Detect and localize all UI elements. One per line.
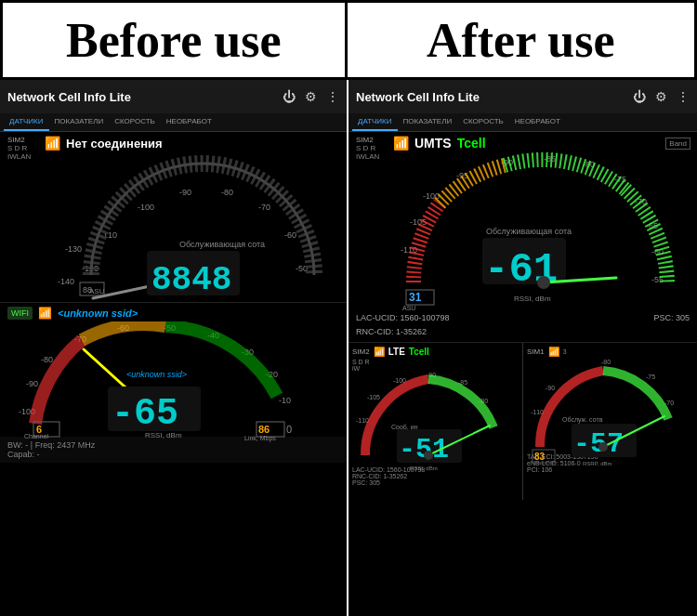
- after-sdr-label: S D R: [356, 144, 386, 152]
- svg-text:-57: -57: [573, 428, 624, 460]
- tab-indicators-after[interactable]: ПОКАЗАТЕЛИ: [398, 113, 458, 131]
- after-signal-bars: 📶: [393, 136, 409, 151]
- svg-text:RSRP, dBm: RSRP, dBm: [583, 461, 612, 466]
- svg-text:83: 83: [534, 452, 546, 462]
- wifi-label: WIFI: [7, 307, 33, 320]
- before-capab: Capab: -: [7, 450, 339, 459]
- after-sim2-label: SIM2: [356, 136, 386, 144]
- after-gauge-svg: -110 -105 -100 -95 -90 -85 -80 -75 -70 -…: [393, 152, 690, 310]
- lte-section: SIM2 📶 LTE Tcell S D R iW -110 -105 -100…: [348, 342, 697, 500]
- lte-sim1: SIM1: [527, 347, 545, 356]
- wifi-bars: 📶: [38, 307, 52, 320]
- svg-text:-100: -100: [138, 203, 154, 212]
- settings-icon[interactable]: ⚙: [305, 89, 317, 104]
- after-cell-info: LAC-UCID: 1560-100798 PSC: 305 RNC-CID: …: [348, 309, 697, 342]
- svg-text:Channel: Channel: [24, 433, 49, 439]
- lte-sim1-bars: 📶: [548, 347, 559, 357]
- svg-text:<unknown ssid>: <unknown ssid>: [126, 370, 187, 379]
- svg-text:-80: -80: [221, 188, 233, 197]
- power-icon[interactable]: ⏻: [283, 89, 296, 104]
- svg-text:88: 88: [83, 285, 92, 295]
- after-band-label: Band: [665, 138, 690, 150]
- before-sdr-label: S D R: [7, 144, 37, 152]
- panels-container: Network Cell Info Lite ⏻ ⚙ ⋮ ДАТЧИКИ ПОК…: [0, 80, 697, 616]
- lte-band-box: 3: [563, 348, 567, 355]
- svg-text:31: 31: [409, 291, 422, 304]
- more-icon[interactable]: ⋮: [326, 89, 339, 104]
- tab-raw-before[interactable]: НЕОБРАБОТ: [161, 113, 217, 131]
- after-psc: PSC: 305: [653, 311, 690, 325]
- before-app-title: Network Cell Info Lite: [7, 90, 283, 104]
- after-header-icons: ⏻ ⚙ ⋮: [633, 89, 690, 104]
- svg-text:-90: -90: [26, 379, 38, 388]
- after-rnc: RNC-CID: 1-35262: [356, 325, 690, 339]
- svg-text:8848: 8848: [151, 261, 231, 299]
- svg-text:-90: -90: [179, 188, 191, 197]
- before-signal-bars: 📶: [45, 136, 60, 151]
- svg-text:Обслуживающая сота: Обслуживающая сота: [486, 227, 572, 236]
- wifi-ssid: <unknown ssid>: [58, 308, 138, 319]
- after-text: After use: [427, 13, 615, 68]
- svg-text:Link, Mbps: Link, Mbps: [244, 435, 276, 442]
- svg-text:-75: -75: [646, 374, 655, 380]
- before-label: Before use: [3, 3, 348, 77]
- svg-text:RSSI, dBm: RSSI, dBm: [410, 465, 438, 471]
- after-app-title: Network Cell Info Lite: [356, 90, 633, 104]
- lte-tcell: Tcell: [409, 347, 429, 357]
- before-sim2-label: SIM2: [7, 136, 37, 144]
- before-app-header: Network Cell Info Lite ⏻ ⚙ ⋮: [0, 80, 347, 113]
- before-header-icons: ⏻ ⚙ ⋮: [283, 89, 339, 104]
- lte-rnc2: RNC-CID: 1-35262: [352, 473, 519, 479]
- after-network-type: UMTS: [414, 136, 452, 151]
- tab-sensors-after[interactable]: ДАТЧИКИ: [352, 113, 398, 131]
- after-iwlan-label: IWLAN: [356, 152, 386, 161]
- tab-speed-before[interactable]: СКОРОСТЬ: [109, 113, 161, 131]
- lte-bars: 📶: [374, 347, 385, 357]
- svg-text:0: 0: [286, 424, 292, 435]
- tab-raw-after[interactable]: НЕОБРАБОТ: [509, 113, 566, 131]
- svg-text:Сооб. ин: Сооб. ин: [391, 424, 418, 430]
- svg-text:-130: -130: [65, 244, 82, 254]
- svg-point-86: [598, 442, 608, 452]
- svg-text:-60: -60: [284, 230, 296, 240]
- after-label: After use: [348, 3, 694, 77]
- lte-sim2: SIM2: [352, 347, 370, 356]
- svg-text:RSSI, dBm: RSSI, dBm: [145, 431, 182, 439]
- svg-text:Обслуживающая сота: Обслуживающая сота: [179, 240, 265, 249]
- after-settings-icon[interactable]: ⚙: [655, 89, 667, 104]
- lte-sdr: S D R: [352, 359, 519, 365]
- svg-text:-70: -70: [258, 203, 270, 212]
- tab-indicators-before[interactable]: ПОКАЗАТЕЛИ: [49, 113, 110, 131]
- after-more-icon[interactable]: ⋮: [677, 89, 690, 104]
- svg-text:-85: -85: [544, 154, 556, 164]
- svg-text:-105: -105: [367, 394, 380, 400]
- lte-psc2: PSC: 305: [352, 479, 519, 486]
- svg-text:RSSI, dBm: RSSI, dBm: [514, 295, 551, 303]
- before-text: Before use: [66, 13, 282, 68]
- tab-speed-after[interactable]: СКОРОСТЬ: [457, 113, 509, 131]
- svg-text:86: 86: [258, 424, 270, 435]
- before-gauge-svg: -110 -100 -90 -80 -70 -60 -50 -120 -130 …: [45, 154, 348, 303]
- svg-text:-80: -80: [601, 359, 611, 365]
- svg-text:-140: -140: [58, 277, 74, 286]
- before-panel: Network Cell Info Lite ⏻ ⚙ ⋮ ДАТЧИКИ ПОК…: [0, 80, 348, 616]
- after-operator: Tcell: [457, 136, 486, 151]
- before-iwlan-label: IWLAN: [7, 152, 37, 161]
- lte-right-gauge: -110 -90 -80 -75 -70 Обслуж. сота -57 RS…: [527, 359, 680, 470]
- wifi-gauge-svg: -100 -90 -80 -70 -60 -50 -40 -30 -20 -10: [7, 321, 323, 442]
- svg-point-61: [537, 276, 550, 289]
- lte-left: SIM2 📶 LTE Tcell S D R iW -110 -105 -100…: [348, 343, 523, 500]
- after-tabs: ДАТЧИКИ ПОКАЗАТЕЛИ СКОРОСТЬ НЕОБРАБОТ: [348, 113, 697, 132]
- svg-text:Обслуж. сота: Обслуж. сота: [562, 416, 603, 424]
- lte-right: SIM1 📶 3 -110 -90 -80 -75 -70: [523, 343, 697, 500]
- tab-sensors-before[interactable]: ДАТЧИКИ: [4, 113, 49, 131]
- lte-left-gauge: -110 -105 -100 -90 -85 -80 Сооб. ин -51: [352, 372, 506, 474]
- lte-iw: iW: [352, 365, 519, 372]
- after-app-header: Network Cell Info Lite ⏻ ⚙ ⋮: [348, 80, 697, 113]
- after-lac: LAC-UCID: 1560-100798: [356, 311, 450, 325]
- after-power-icon[interactable]: ⏻: [633, 89, 646, 104]
- svg-point-73: [424, 451, 433, 460]
- before-status: Нет соединения: [66, 137, 163, 151]
- lte-label: LTE: [388, 347, 405, 357]
- svg-text:-90: -90: [546, 385, 555, 391]
